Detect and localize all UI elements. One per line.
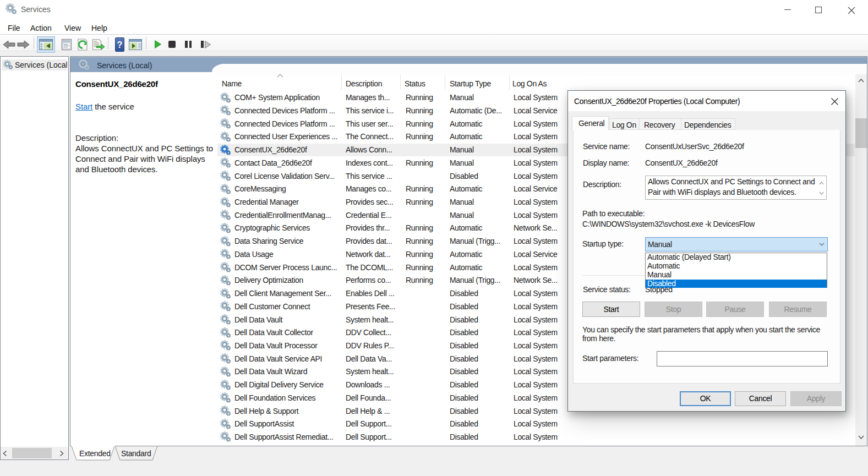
svg-text:Standard: Standard xyxy=(121,449,151,458)
svg-text:Extended: Extended xyxy=(79,449,111,458)
